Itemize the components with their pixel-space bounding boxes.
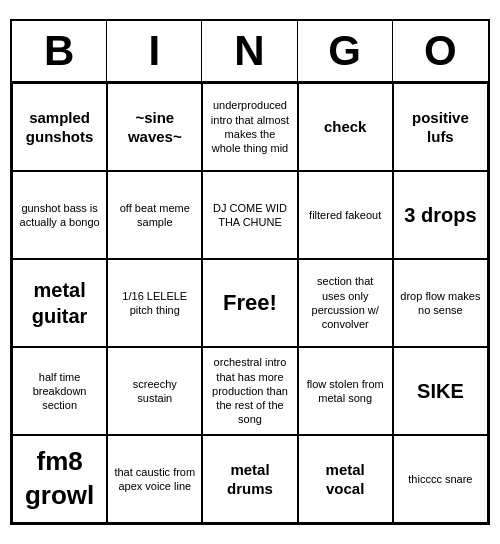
bingo-cell-8: filtered fakeout	[298, 171, 393, 259]
bingo-header: BINGO	[12, 21, 488, 83]
header-letter-o: O	[393, 21, 488, 81]
bingo-cell-20: fm8 growl	[12, 435, 107, 523]
bingo-cell-11: 1/16 LELELE pitch thing	[107, 259, 202, 347]
bingo-cell-1: ~sine waves~	[107, 83, 202, 171]
bingo-cell-5: gunshot bass is actually a bongo	[12, 171, 107, 259]
bingo-cell-13: section that uses only percussion w/ con…	[298, 259, 393, 347]
bingo-cell-14: drop flow makes no sense	[393, 259, 488, 347]
bingo-cell-21: that caustic from apex voice line	[107, 435, 202, 523]
bingo-cell-12: Free!	[202, 259, 297, 347]
bingo-cell-18: flow stolen from metal song	[298, 347, 393, 435]
bingo-cell-9: 3 drops	[393, 171, 488, 259]
header-letter-n: N	[202, 21, 297, 81]
bingo-cell-22: metal drums	[202, 435, 297, 523]
bingo-cell-10: metal guitar	[12, 259, 107, 347]
bingo-cell-4: positive lufs	[393, 83, 488, 171]
bingo-cell-23: metal vocal	[298, 435, 393, 523]
bingo-cell-24: thicccc snare	[393, 435, 488, 523]
bingo-cell-15: half time breakdown section	[12, 347, 107, 435]
bingo-cell-7: DJ COME WID THA CHUNE	[202, 171, 297, 259]
bingo-cell-0: sampled gunshots	[12, 83, 107, 171]
bingo-cell-6: off beat meme sample	[107, 171, 202, 259]
bingo-card: BINGO sampled gunshots~sine waves~underp…	[10, 19, 490, 525]
bingo-cell-17: orchestral intro that has more productio…	[202, 347, 297, 435]
bingo-cell-2: underproduced intro that almost makes th…	[202, 83, 297, 171]
header-letter-i: I	[107, 21, 202, 81]
bingo-cell-19: SIKE	[393, 347, 488, 435]
bingo-grid: sampled gunshots~sine waves~underproduce…	[12, 83, 488, 523]
bingo-cell-3: check	[298, 83, 393, 171]
header-letter-g: G	[298, 21, 393, 81]
bingo-cell-16: screechy sustain	[107, 347, 202, 435]
header-letter-b: B	[12, 21, 107, 81]
